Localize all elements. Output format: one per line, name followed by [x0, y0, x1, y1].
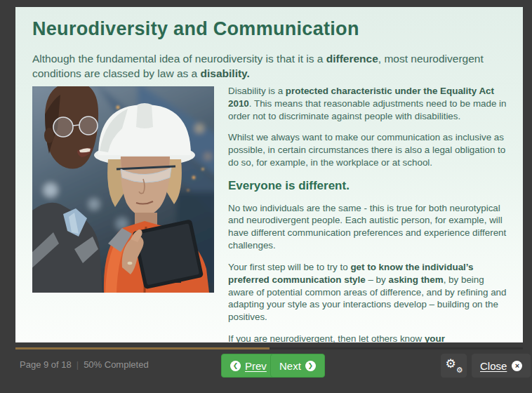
- sub-heading: Everyone is different.: [228, 178, 508, 194]
- close-button[interactable]: Close ×: [472, 354, 531, 378]
- next-button-label: Next: [279, 360, 301, 372]
- page-title: Neurodiversity and Communication: [32, 18, 359, 40]
- page-indicator: Page 9 of 18: [20, 359, 72, 370]
- prev-button[interactable]: ❮ Prev: [221, 354, 276, 378]
- chevron-circle-left-icon: ❮: [230, 361, 241, 371]
- prev-button-label: Prev: [245, 360, 267, 372]
- page-info-separator: |: [77, 359, 79, 370]
- close-button-label: Close: [480, 360, 507, 372]
- footer-bar: Page 9 of 18|50% Completed ❮ Prev Next ❯…: [0, 349, 532, 393]
- content-column: Disability is a protected characteristic…: [228, 85, 508, 342]
- completion-indicator: 50% Completed: [84, 359, 149, 370]
- body-paragraph: If you are neurodivergent, then let othe…: [228, 333, 508, 342]
- settings-button[interactable]: ⚙ ⚙: [441, 354, 467, 378]
- close-circle-icon: ×: [512, 361, 522, 371]
- body-paragraph: No two individuals are the same - this i…: [228, 202, 508, 252]
- body-paragraph: Whilst we always want to make our commun…: [228, 131, 508, 168]
- chevron-circle-right-icon: ❯: [305, 361, 316, 371]
- body-paragraph: Disability is a protected characteristic…: [228, 85, 508, 122]
- next-button[interactable]: Next ❯: [270, 354, 325, 378]
- cogs-icon: ⚙ ⚙: [446, 359, 462, 373]
- workers-illustration: [32, 86, 214, 293]
- slide-photo: [32, 86, 214, 293]
- body-paragraph: Your first step will be to try to get to…: [228, 261, 508, 324]
- page-info: Page 9 of 18|50% Completed: [20, 359, 149, 370]
- intro-text: Although the fundamental idea of neurodi…: [32, 52, 507, 81]
- slide-card: Neurodiversity and Communication Althoug…: [15, 7, 523, 342]
